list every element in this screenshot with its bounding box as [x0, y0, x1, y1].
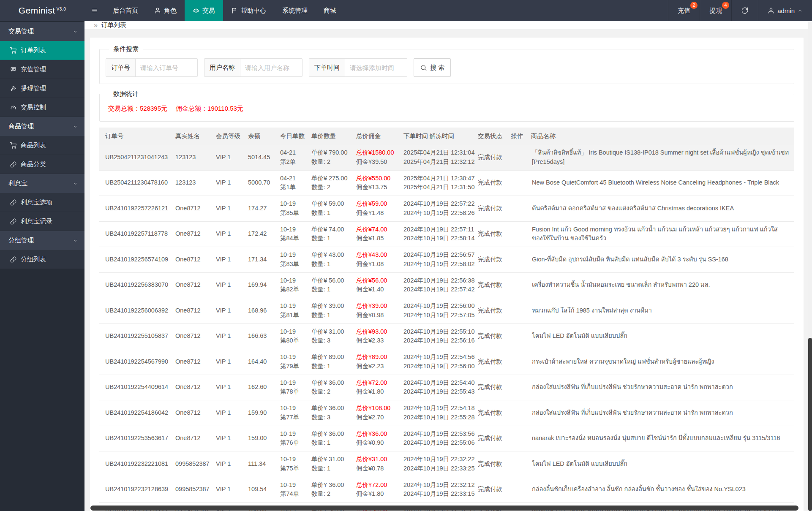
sidebar-item-group-list[interactable]: 分组列表	[0, 250, 84, 269]
sidebar-item-product-category[interactable]: 商品分类	[0, 155, 84, 174]
table-row: UB2504211230478160 123123 VIP 1 5000.70 …	[99, 170, 794, 196]
link-icon	[10, 161, 16, 168]
time-cell: 2024年10月19日 22:54:18 2024年10月19日 22:55:2…	[398, 400, 472, 426]
status-cell: 完成付款	[472, 400, 505, 426]
nav-item-trade[interactable]: 交易	[185, 0, 223, 21]
app-logo-version: V3.0	[57, 7, 66, 11]
total-commission-cell: 总价¥39.00 佣金¥0.98	[350, 298, 398, 324]
balance-cell: 166.63	[242, 323, 274, 349]
real-name-cell: 0995852387	[169, 477, 210, 503]
order-no-cell: UB2504211231041243	[99, 145, 169, 170]
nav-item-home[interactable]: 后台首页	[105, 0, 146, 21]
user-icon	[154, 7, 161, 14]
level-cell: VIP 1	[210, 196, 242, 222]
sidebar-item-withdraw-management[interactable]: 提现管理	[0, 79, 84, 98]
product-cell: โคมไฟ LED อัตโนมัติ แบบเสียบปลั๊ก	[525, 451, 794, 477]
chevron-up-icon	[798, 8, 803, 13]
sidebar-item-product-list[interactable]: 商品列表	[0, 136, 84, 155]
status-cell: 完成付款	[472, 247, 505, 273]
breadcrumb-chevrons-icon: »	[94, 22, 98, 29]
status-cell: 完成付款	[472, 477, 505, 503]
chevron-down-icon	[73, 124, 78, 129]
day-count-cell: 04-21 第2单	[274, 145, 305, 170]
time-cell: 2024年10月19日 22:56:00 2024年10月19日 22:57:0…	[398, 298, 472, 324]
table-row: UB2410192256383070 One8712 VIP 1 169.94 …	[99, 272, 794, 298]
sidebar-item-interest-records[interactable]: 利息宝记录	[0, 212, 84, 231]
sidebar-group-trade-management[interactable]: 交易管理	[0, 22, 84, 41]
username-input[interactable]	[240, 59, 302, 76]
sidebar-item-order-list[interactable]: 订单列表	[0, 41, 84, 60]
sidebar-group-product-management[interactable]: 商品管理	[0, 117, 84, 136]
table-row: UB2504211231041243 123123 VIP 1 5014.45 …	[99, 145, 794, 170]
day-count-cell: 10-19 第83单	[274, 247, 305, 273]
price-qty-cell: 单价¥ 790.00 数量: 2	[305, 145, 350, 170]
order-time-label: 下单时间	[309, 59, 345, 76]
balance-cell: 162.60	[242, 375, 274, 400]
status-cell: 完成付款	[472, 145, 505, 170]
total-commission-cell: 总价¥89.00 佣金¥2.23	[350, 349, 398, 375]
vertical-scrollbar-thumb[interactable]	[808, 338, 812, 511]
real-name-cell: 123123	[169, 145, 210, 170]
navbar-right: 充值 2 提现 4 admin	[668, 0, 812, 21]
level-cell: VIP 1	[210, 451, 242, 477]
horizontal-scrollbar-thumb[interactable]	[90, 506, 798, 511]
nav-item-withdraw[interactable]: 提现 4	[700, 0, 731, 21]
product-cell: Gion-ที่ลับมีด อุปกรณ์ลับมีด หินลับมีด แ…	[525, 247, 794, 273]
breadcrumb: » 订单列表	[84, 21, 812, 29]
nav-item-roles[interactable]: 角色	[146, 0, 185, 21]
price-qty-cell: 单价¥ 74.00 数量: 1	[305, 221, 350, 247]
day-count-cell: 10-19 第76单	[274, 426, 305, 451]
price-qty-cell: 单价¥ 31.00 数量: 3	[305, 323, 350, 349]
order-time-input[interactable]	[345, 59, 407, 76]
status-cell: 完成付款	[472, 221, 505, 247]
order-no-cell: UB2410192232221081	[99, 451, 169, 477]
sidebar-toggle-button[interactable]	[84, 0, 105, 21]
refresh-button[interactable]	[731, 0, 758, 21]
real-name-cell: One8712	[169, 349, 210, 375]
level-cell: VIP 1	[210, 349, 242, 375]
order-no-cell: UB2410192232128639	[99, 477, 169, 503]
sidebar: 交易管理 订单列表 充值管理 提现管理 交易控制 商品管理 商品列表	[0, 21, 84, 511]
product-cell: New Bose QuietComfort 45 Bluetooth Wirel…	[525, 170, 794, 196]
gavel-icon	[10, 85, 16, 92]
order-no-cell: UB2410192256006392	[99, 298, 169, 324]
real-name-cell: One8712	[169, 272, 210, 298]
col-level: 会员等级	[210, 128, 242, 145]
total-commission-cell: 总价¥56.00 佣金¥1.40	[350, 272, 398, 298]
withdraw-badge: 4	[722, 2, 729, 9]
day-count-cell: 10-19 第78单	[274, 375, 305, 400]
user-icon	[768, 7, 774, 14]
level-cell: VIP 1	[210, 298, 242, 324]
real-name-cell: One8712	[169, 323, 210, 349]
nav-item-recharge[interactable]: 充值 2	[668, 0, 700, 21]
price-qty-cell: 单价¥ 59.00 数量: 1	[305, 196, 350, 222]
price-qty-cell: 单价¥ 36.00 数量: 3	[305, 400, 350, 426]
time-cell: 2024年10月19日 22:54:40 2024年10月19日 22:55:4…	[398, 375, 472, 400]
op-cell	[505, 170, 525, 196]
search-button[interactable]: 搜 索	[414, 58, 451, 77]
product-cell: หมวกแก๊ป โลโก้ 1985 งานใหม่ล่าสุด งานดีม…	[525, 298, 794, 324]
order-no-cell: UB2410192254409614	[99, 375, 169, 400]
order-no-cell: UB2410192255105837	[99, 323, 169, 349]
nav-item-system-management[interactable]: 系统管理	[274, 0, 316, 21]
user-menu[interactable]: admin	[758, 0, 812, 21]
sidebar-group-interest-treasure[interactable]: 利息宝	[0, 174, 84, 193]
op-cell	[505, 426, 525, 451]
day-count-cell: 10-19 第80单	[274, 323, 305, 349]
time-cell: 2024年10月19日 22:57:22 2024年10月19日 22:58:2…	[398, 196, 472, 222]
col-price-qty: 单价数量	[305, 128, 350, 145]
order-no-input[interactable]	[136, 59, 197, 76]
order-list-card: 条件搜索 订单号 用户名称 下单时间	[90, 38, 804, 511]
sidebar-item-trade-control[interactable]: 交易控制	[0, 98, 84, 117]
sidebar-item-recharge-management[interactable]: 充值管理	[0, 60, 84, 79]
nav-item-mall[interactable]: 商城	[316, 0, 344, 21]
table-row: UB2410192256574109 One8712 VIP 1 171.34 …	[99, 247, 794, 273]
nav-item-help-center[interactable]: 帮助中心	[223, 0, 274, 21]
cart-icon	[10, 47, 16, 54]
chevron-down-icon	[73, 238, 78, 243]
op-cell	[505, 375, 525, 400]
sidebar-item-interest-options[interactable]: 利息宝选项	[0, 193, 84, 212]
sidebar-group-group-management[interactable]: 分组管理	[0, 231, 84, 250]
col-balance: 余额	[242, 128, 274, 145]
product-cell: กล่องใส่แปรงสีฟัน ที่เก็บแปรงสีฟัน ช่วยร…	[525, 400, 794, 426]
